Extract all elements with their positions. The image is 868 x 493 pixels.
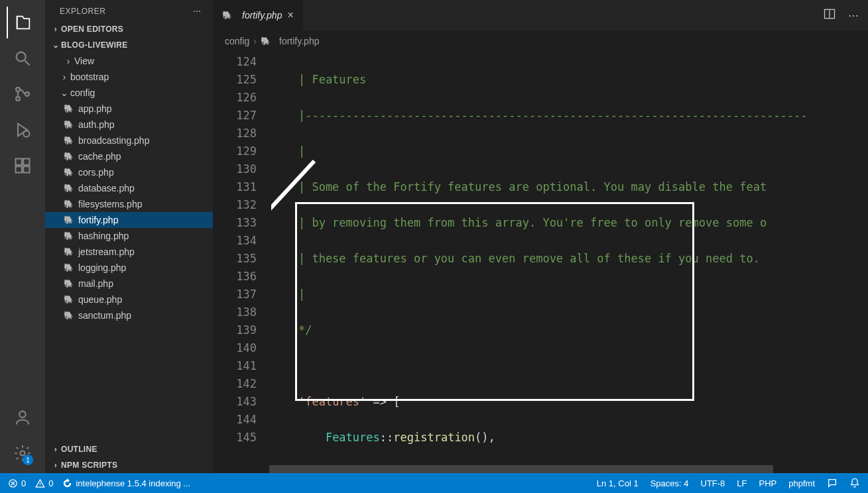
php-icon: 🐘 <box>64 152 74 161</box>
php-icon: 🐘 <box>64 104 74 113</box>
editor-area: 🐘 fortify.php × ⋯ config › 🐘 fortify.php… <box>213 0 868 473</box>
code-editor[interactable]: 1241251261271281291301311321331341351361… <box>213 53 868 465</box>
file-logging[interactable]: 🐘logging.php <box>45 260 213 276</box>
file-mail[interactable]: 🐘mail.php <box>45 276 213 292</box>
status-lang[interactable]: PHP <box>759 478 777 488</box>
tab-bar: 🐘 fortify.php × ⋯ <box>213 0 868 30</box>
explorer-title: EXPLORER <box>60 7 105 16</box>
feedback-icon[interactable] <box>827 478 837 488</box>
svg-point-4 <box>23 131 29 137</box>
file-broadcasting[interactable]: 🐘broadcasting.php <box>45 133 213 148</box>
chevron-right-icon: › <box>253 36 257 46</box>
svg-rect-6 <box>16 166 22 172</box>
php-icon: 🐘 <box>64 215 74 225</box>
svg-point-3 <box>25 92 29 96</box>
php-icon: 🐘 <box>64 263 74 272</box>
php-icon: 🐘 <box>64 231 74 241</box>
status-indexing[interactable]: intelephense 1.5.4 indexing ... <box>62 478 190 488</box>
source-control-icon[interactable] <box>7 78 38 110</box>
php-icon: 🐘 <box>64 120 74 129</box>
php-icon: 🐘 <box>64 168 74 177</box>
php-icon: 🐘 <box>64 279 74 288</box>
file-queue[interactable]: 🐘queue.php <box>45 292 213 307</box>
code-content[interactable]: | Features |----------------------------… <box>271 53 868 465</box>
svg-point-2 <box>16 97 20 101</box>
php-icon: 🐘 <box>64 247 74 256</box>
sidebar: EXPLORER ⋯ ›OPEN EDITORS ⌄BLOG-LIVEWIRE … <box>45 0 213 473</box>
status-lncol[interactable]: Ln 1, Col 1 <box>597 478 639 488</box>
svg-point-1 <box>16 87 20 91</box>
status-spaces[interactable]: Spaces: 4 <box>651 478 689 488</box>
file-auth[interactable]: 🐘auth.php <box>45 117 213 133</box>
close-icon[interactable]: × <box>287 9 293 21</box>
settings-badge: 1 <box>23 455 33 465</box>
svg-rect-5 <box>16 159 22 165</box>
minimap[interactable] <box>848 53 868 465</box>
breadcrumb-seg-config[interactable]: config <box>225 36 249 46</box>
file-sanctum[interactable]: 🐘sanctum.php <box>45 307 213 323</box>
svg-rect-7 <box>23 166 29 172</box>
svg-rect-8 <box>23 159 29 165</box>
php-icon: 🐘 <box>222 11 232 20</box>
file-jetstream[interactable]: 🐘jetstream.php <box>45 244 213 260</box>
php-icon: 🐘 <box>64 136 74 145</box>
php-icon: 🐘 <box>261 36 271 46</box>
folder-view[interactable]: ›View <box>45 53 213 69</box>
explorer-icon[interactable] <box>7 7 38 38</box>
php-icon: 🐘 <box>64 295 74 304</box>
more-actions-icon[interactable]: ⋯ <box>848 9 859 22</box>
outline-section[interactable]: ›OUTLINE <box>45 441 213 457</box>
search-icon[interactable] <box>7 42 38 74</box>
line-gutter: 1241251261271281291301311321331341351361… <box>213 53 271 465</box>
php-icon: 🐘 <box>64 311 74 320</box>
file-tree: ›View ›bootstrap ⌄config 🐘app.php 🐘auth.… <box>45 53 213 441</box>
breadcrumb-seg-file[interactable]: fortify.php <box>279 36 319 46</box>
status-errors[interactable]: 0 <box>8 478 26 488</box>
folder-config[interactable]: ⌄config <box>45 85 213 101</box>
horizontal-scrollbar[interactable] <box>213 465 868 473</box>
debug-icon[interactable] <box>7 114 38 146</box>
status-bar: 0 0 intelephense 1.5.4 indexing ... Ln 1… <box>0 473 868 493</box>
npm-scripts-section[interactable]: ›NPM SCRIPTS <box>45 457 213 473</box>
php-icon: 🐘 <box>64 199 74 209</box>
status-formatter[interactable]: phpfmt <box>788 478 815 488</box>
php-icon: 🐘 <box>64 184 74 193</box>
folder-bootstrap[interactable]: ›bootstrap <box>45 69 213 85</box>
scrollbar-thumb[interactable] <box>269 465 773 473</box>
bell-icon[interactable] <box>849 478 860 488</box>
status-eol[interactable]: LF <box>737 478 747 488</box>
project-section[interactable]: ⌄BLOG-LIVEWIRE <box>45 37 213 53</box>
activity-bar: 1 <box>0 0 45 473</box>
file-filesystems[interactable]: 🐘filesystems.php <box>45 196 213 212</box>
file-fortify[interactable]: 🐘fortify.php <box>45 212 213 228</box>
open-editors-section[interactable]: ›OPEN EDITORS <box>45 21 213 37</box>
file-hashing[interactable]: 🐘hashing.php <box>45 228 213 244</box>
svg-point-0 <box>17 52 26 62</box>
file-cors[interactable]: 🐘cors.php <box>45 164 213 180</box>
svg-point-9 <box>19 411 25 417</box>
account-icon[interactable] <box>7 402 38 433</box>
settings-gear-icon[interactable]: 1 <box>7 437 38 469</box>
file-app[interactable]: 🐘app.php <box>45 101 213 117</box>
status-warnings[interactable]: 0 <box>35 478 53 488</box>
file-cache[interactable]: 🐘cache.php <box>45 148 213 164</box>
split-editor-icon[interactable] <box>823 7 836 23</box>
breadcrumb[interactable]: config › 🐘 fortify.php <box>213 30 868 53</box>
tab-fortify[interactable]: 🐘 fortify.php × <box>213 0 304 30</box>
status-encoding[interactable]: UTF-8 <box>701 478 725 488</box>
extensions-icon[interactable] <box>7 150 38 182</box>
explorer-more-icon[interactable]: ⋯ <box>193 7 202 16</box>
file-database[interactable]: 🐘database.php <box>45 180 213 196</box>
